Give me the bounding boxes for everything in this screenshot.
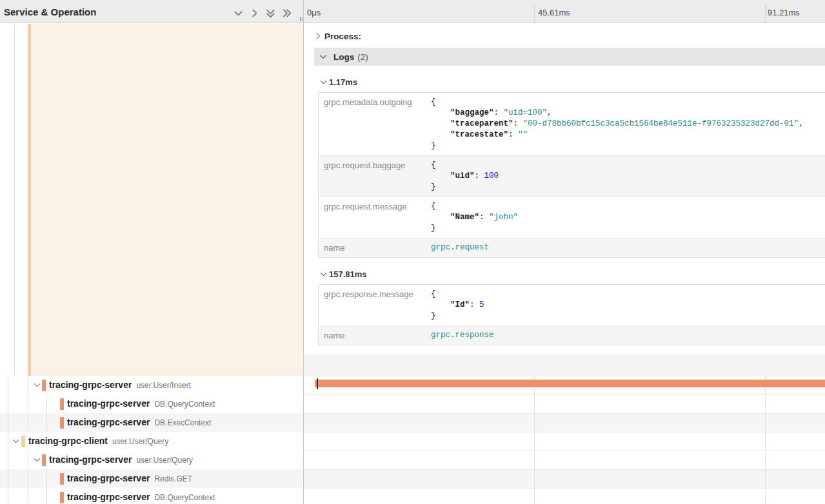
json-token: { [431,160,436,170]
log-entry-toggle[interactable]: 1.17ms [320,75,825,89]
span-timeline-cell[interactable] [304,451,825,469]
column-divider[interactable] [303,0,304,504]
log-field-value: {"baggage": "uid=100","traceparent": "00… [426,93,825,155]
span-color-bar [42,380,46,391]
json-token: : [479,213,489,222]
tree-guide-line [28,394,28,413]
span-operation-name: user.User/Query [112,432,168,451]
tree-guide-line [8,469,8,488]
tree-guide-line [28,413,28,432]
span-timeline-cell[interactable] [304,469,825,488]
json-token: "Id" [450,300,470,309]
json-token: "" [518,130,528,139]
span-service-name: tracing-grpc-server [67,469,150,488]
tree-guide-line [8,376,8,394]
span-color-bar [42,454,46,466]
json-token: 100 [484,171,499,180]
span-timeline-cell[interactable] [304,394,825,413]
json-token: "Name" [450,213,479,222]
logs-label: Logs [333,52,354,62]
span-row: tracing-grpc-serveruser.User/Insert [0,376,825,394]
span-detail-panel: Process: Logs (2) 1.17msgrpc.metadata.ou… [304,24,825,376]
span-service-name: tracing-grpc-server [49,451,132,469]
log-field-key: grpc.response.message [319,285,426,325]
double-chevron-down-icon[interactable] [266,8,275,18]
span-timeline-cell[interactable] [304,432,825,451]
log-field-key: grpc.metadata.outgoing [319,93,426,155]
json-line: { [431,97,821,108]
json-line: "Id": 5 [431,300,821,311]
tree-guide-line [46,413,47,432]
json-token: } [431,311,436,320]
span-operation-name: user.User/Insert [136,376,191,395]
span-labels: tracing-grpc-serveruser.User/Insert [49,376,191,394]
json-token: { [431,97,436,106]
json-token: : [475,171,484,180]
log-fields-table: grpc.response.message{"Id": 5}namegrpc.r… [318,284,825,345]
log-field-value: grpc.response [426,326,825,345]
span-row: tracing-grpc-serverDB.ExecContext [0,413,825,432]
json-token: "baggage" [450,108,494,117]
span-labels: tracing-grpc-serverDB.QueryContext [67,488,215,504]
detail-bottom-strip [304,354,825,376]
tree-guide-line [8,413,8,432]
span-service-name: tracing-grpc-client [28,432,108,451]
span-labels: tracing-grpc-clientuser.User/Query [28,432,168,451]
span-duration-bar[interactable] [315,380,825,387]
span-row: tracing-grpc-serverDB.QueryContext [0,488,825,504]
span-service-name: tracing-grpc-server [67,413,150,432]
span-row: tracing-grpc-serverDB.QueryContext [0,394,825,413]
span-labels: tracing-grpc-serveruser.User/Query [49,451,193,469]
critical-path-tick [317,378,318,389]
chevron-down-icon[interactable] [34,382,41,389]
span-name-cell[interactable]: tracing-grpc-serverDB.ExecContext [0,413,303,432]
tree-guide-line [8,394,8,413]
service-operation-header: Service & Operation [4,0,96,23]
double-chevron-right-icon[interactable] [282,8,292,18]
chevron-down-icon[interactable] [234,8,243,18]
json-line: grpc.response [431,330,821,341]
log-field-row: grpc.response.message{"Id": 5} [319,285,825,325]
span-name-cell[interactable]: tracing-grpc-clientuser.User/Query [0,432,303,451]
chevron-down-icon[interactable] [34,456,41,463]
logs-section-toggle[interactable]: Logs (2) [314,48,825,66]
log-entry-toggle[interactable]: 157.81ms [320,267,825,281]
span-name-cell[interactable]: tracing-grpc-serveruser.User/Insert [0,376,303,394]
span-operation-name: DB.ExecContext [154,414,211,432]
json-token: : [513,119,523,128]
span-color-bar [60,473,64,485]
log-field-row: grpc.request.message{"Name": "john"} [319,197,825,238]
span-name-cell[interactable]: tracing-grpc-serverRedis.GET [0,469,303,488]
timeline-grid-line [534,376,535,504]
json-line: "uid": 100 [431,171,821,182]
span-name-cell[interactable]: tracing-grpc-serverDB.QueryContext [0,488,303,504]
timeline-tick-label: 0μs [307,0,321,23]
log-entry-timestamp: 1.17ms [329,77,357,87]
json-line: } [431,311,821,322]
span-timeline-cell[interactable] [304,413,825,432]
chevron-down-icon[interactable] [12,438,19,445]
span-name-cell[interactable]: tracing-grpc-serveruser.User/Query [0,451,303,469]
json-token: , [799,119,804,128]
span-labels: tracing-grpc-serverRedis.GET [67,469,192,488]
chevron-right-icon[interactable] [250,8,259,18]
json-line: { [431,160,821,171]
timeline-tick-line [534,4,535,23]
json-token: : [494,108,504,117]
span-color-bar [60,398,64,410]
span-color-bar [21,436,25,447]
process-section-toggle[interactable]: Process: [314,30,825,43]
chevron-right-icon [314,32,322,40]
timeline-tick-line [765,4,766,23]
tree-guide-line [46,469,47,488]
json-token: , [547,108,552,117]
log-fields-table: grpc.metadata.outgoing{"baggage": "uid=1… [318,92,825,258]
json-token: { [431,289,436,298]
span-service-name: tracing-grpc-server [67,394,150,413]
span-timeline-cell[interactable] [304,488,825,504]
span-name-cell[interactable]: tracing-grpc-serverDB.QueryContext [0,394,303,413]
json-line: { [431,201,821,212]
json-line: grpc.request [431,242,821,253]
log-field-row: grpc.request.baggage{"uid": 100} [319,155,825,197]
tree-guide-line [28,376,28,394]
